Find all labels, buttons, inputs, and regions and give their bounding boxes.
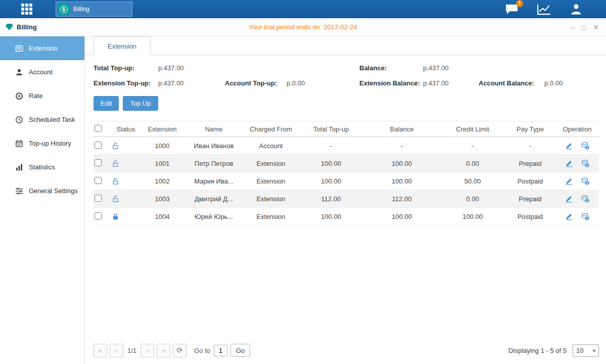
- cell-name: Юрий Юрь...: [184, 213, 243, 220]
- top-up-coins-icon[interactable]: $: [581, 177, 589, 185]
- cell-credit-limit: 0.00: [440, 195, 505, 203]
- action-buttons: Edit Top Up: [85, 95, 606, 111]
- top-up-button[interactable]: Top Up: [123, 96, 158, 111]
- edit-button[interactable]: Edit: [94, 96, 119, 111]
- row-checkbox[interactable]: [95, 142, 102, 149]
- header-total-topup: Total Top-up: [299, 125, 363, 133]
- top-up-coins-icon[interactable]: $: [581, 195, 589, 203]
- user-icon[interactable]: [570, 3, 583, 16]
- cell-credit-limit: 100.00: [440, 213, 505, 220]
- header-pay-type: Pay Type: [505, 125, 555, 133]
- total-topup-value: p.437.00: [158, 64, 225, 72]
- page-indicator: 1/1: [127, 347, 136, 354]
- sidebar-item-label: Extension: [29, 44, 58, 52]
- table-header-row: Status Extension Name Charged From Total…: [94, 121, 599, 137]
- calendar-icon: [15, 140, 23, 148]
- first-page-button[interactable]: «: [94, 344, 107, 357]
- header-charged-from: Charged From: [243, 125, 299, 133]
- cell-name: Дмитрий Д...: [184, 195, 243, 203]
- select-all-checkbox[interactable]: [95, 125, 102, 132]
- sidebar-item-label: Top-up History: [29, 140, 71, 147]
- sidebar-item-label: Statistics: [29, 163, 55, 171]
- edit-pencil-icon[interactable]: [565, 177, 573, 185]
- top-up-coins-icon[interactable]: $: [581, 212, 589, 220]
- prev-page-button[interactable]: ‹: [110, 344, 123, 357]
- account-topup-label: Account Top-up:: [225, 79, 287, 87]
- rate-icon: [15, 92, 23, 100]
- sidebar-item-rate[interactable]: Rate: [0, 84, 84, 108]
- cell-balance: 100.00: [363, 160, 440, 167]
- row-checkbox[interactable]: [95, 195, 102, 202]
- sidebar-item-account[interactable]: Account: [0, 60, 84, 84]
- status-lock-icon: [112, 195, 140, 203]
- cell-extension: 1004: [140, 213, 184, 220]
- edit-pencil-icon[interactable]: [565, 212, 573, 220]
- bar-chart-icon: [15, 163, 23, 171]
- table-body: 1000 Иван Иванов Account - - - - $: [94, 137, 599, 225]
- next-page-button[interactable]: ›: [141, 344, 154, 357]
- svg-text:$: $: [586, 163, 588, 167]
- sidebar-item-scheduled-task[interactable]: Scheduled Task: [0, 108, 84, 131]
- topbar-tab-billing[interactable]: $ Billing: [56, 2, 132, 17]
- row-checkbox[interactable]: [95, 212, 102, 219]
- sidebar-item-general-settings[interactable]: General Settings: [0, 179, 84, 203]
- topbar: $ Billing !: [0, 0, 606, 18]
- balance-label: Balance:: [359, 64, 423, 72]
- cell-credit-limit: 0.00: [440, 160, 505, 167]
- cell-pay-type: -: [505, 142, 555, 150]
- sidebar-item-label: Rate: [29, 92, 42, 100]
- extension-table: Status Extension Name Charged From Total…: [94, 121, 599, 225]
- titlebar: Billing Your trial period ends on: 2017-…: [0, 18, 606, 36]
- sidebar-item-statistics[interactable]: Statistics: [0, 155, 84, 179]
- goto-page-input[interactable]: [214, 345, 227, 356]
- cell-name: Иван Иванов: [184, 142, 243, 150]
- go-button[interactable]: Go: [230, 344, 250, 357]
- sidebar-item-extension[interactable]: Extension: [0, 36, 84, 60]
- goto-label: Go to: [194, 347, 210, 354]
- chart-icon[interactable]: [537, 4, 551, 15]
- account-balance-value: p.0.00: [544, 79, 563, 87]
- top-up-coins-icon[interactable]: $: [581, 159, 589, 167]
- svg-text:$: $: [586, 181, 588, 185]
- cell-extension: 1003: [140, 195, 184, 203]
- cell-extension: 1001: [140, 160, 184, 167]
- status-lock-icon: [112, 142, 140, 150]
- close-icon[interactable]: ✕: [593, 24, 599, 31]
- balance-value: p.437.00: [423, 64, 479, 72]
- minimize-icon[interactable]: –: [571, 24, 575, 31]
- sidebar-item-label: Account: [29, 68, 53, 76]
- cell-charged-from: Extension: [243, 195, 299, 203]
- apps-grid-icon[interactable]: [21, 4, 32, 15]
- billing-dollar-icon: $: [58, 4, 69, 15]
- header-status: Status: [112, 125, 140, 133]
- extension-topup-value: p.437.00: [158, 79, 225, 87]
- chat-icon[interactable]: !: [505, 4, 519, 15]
- refresh-icon[interactable]: ⟳: [173, 344, 187, 357]
- top-up-coins-icon[interactable]: $: [581, 142, 589, 150]
- page-size-select[interactable]: 10 ▾: [573, 344, 599, 357]
- maximize-icon[interactable]: □: [582, 24, 586, 31]
- cell-pay-type: Postpaid: [505, 177, 555, 185]
- account-topup-value: p.0.00: [287, 79, 359, 87]
- cell-total-topup: 100.00: [299, 213, 363, 220]
- last-page-button[interactable]: »: [157, 344, 170, 357]
- edit-pencil-icon[interactable]: [565, 159, 573, 167]
- sidebar-item-label: Scheduled Task: [29, 116, 75, 123]
- edit-pencil-icon[interactable]: [565, 195, 573, 203]
- cell-balance: 100.00: [363, 213, 440, 220]
- header-operation: Operation: [555, 125, 599, 133]
- cell-balance: 112.00: [363, 195, 440, 203]
- tab-extension[interactable]: Extension: [94, 36, 151, 55]
- row-checkbox[interactable]: [95, 177, 102, 184]
- cell-charged-from: Extension: [243, 160, 299, 167]
- notification-badge: !: [516, 0, 523, 7]
- svg-text:$: $: [586, 146, 588, 149]
- edit-pencil-icon[interactable]: [565, 142, 573, 150]
- total-topup-label: Total Top-up:: [94, 64, 158, 72]
- cell-total-topup: 112.00: [299, 195, 363, 203]
- row-checkbox[interactable]: [95, 159, 102, 166]
- chevron-down-icon: ▾: [593, 348, 595, 353]
- table-row: 1000 Иван Иванов Account - - - - $: [94, 137, 599, 155]
- sidebar-item-topup-history[interactable]: Top-up History: [0, 131, 84, 155]
- displaying-count: Displaying 1 - 5 of 5: [508, 347, 567, 354]
